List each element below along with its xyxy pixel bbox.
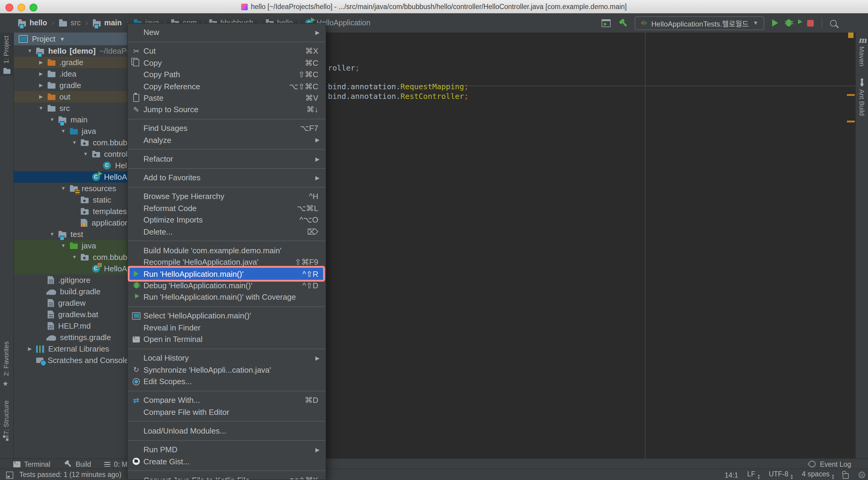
- chevron-expanded-icon: ▼: [59, 243, 67, 248]
- menu-item-browse-type-hierarchy[interactable]: Browse Type Hierarchy^H: [128, 190, 326, 202]
- menu-item-optimize-imports[interactable]: Optimize Imports^⌥O: [128, 214, 326, 226]
- menu-item-run-pmd[interactable]: Run PMD: [128, 444, 326, 456]
- structure-icon: [3, 436, 9, 442]
- menu-item-copy-reference[interactable]: Copy Reference⌥⇧⌘C: [128, 81, 326, 92]
- menu-item-reformat-code[interactable]: Reformat Code⌥⌘L: [128, 202, 326, 214]
- menu-item-cut[interactable]: ✂Cut⌘X: [128, 45, 326, 57]
- module-folder-icon: [59, 232, 66, 238]
- menu-separator: [128, 349, 326, 349]
- menu-item-reveal-in-finder[interactable]: Reveal in Finder: [128, 322, 326, 333]
- search-everywhere-icon[interactable]: [830, 20, 837, 26]
- project-panel-title[interactable]: Project: [32, 35, 56, 43]
- libraries-icon: [36, 345, 44, 353]
- readonly-lock-icon[interactable]: [843, 474, 849, 479]
- menu-item-compare-file-with-editor[interactable]: Compare File with Editor: [128, 406, 326, 418]
- toolwindow-toggle-icon[interactable]: [6, 472, 13, 479]
- line-separator-select[interactable]: LF▴▾: [747, 470, 760, 479]
- menu-item-add-to-favorites[interactable]: Add to Favorites: [128, 172, 326, 184]
- build-project-button[interactable]: [618, 19, 627, 27]
- breadcrumb-hello[interactable]: hello: [18, 19, 47, 27]
- refresh-icon: ↻: [131, 366, 141, 374]
- error-stripe-tick[interactable]: [847, 121, 855, 122]
- zoom-window-button[interactable]: [30, 3, 37, 11]
- toolwindow-event-log[interactable]: Event Log: [809, 460, 851, 468]
- context-menu: New ✂Cut⌘X Copy⌘C Copy Path⇧⌘C Copy Refe…: [127, 23, 326, 480]
- menu-item-find-usages[interactable]: Find Usages⌥F7: [128, 123, 326, 134]
- menu-item-run-with-coverage[interactable]: Run 'HelloApplication.main()' with Cover…: [128, 291, 326, 303]
- star-icon: ★: [2, 380, 8, 388]
- menu-item-build-module[interactable]: Build Module 'com.example.demo.main': [128, 244, 326, 256]
- menu-item-copy[interactable]: Copy⌘C: [128, 57, 326, 69]
- error-stripe-tick[interactable]: [847, 94, 855, 96]
- menu-item-synchronize[interactable]: ↻Synchronize 'HelloAppli...cation.java': [128, 364, 326, 376]
- breadcrumb-separator: ›: [86, 19, 88, 27]
- updown-arrows-icon: ▴▾: [791, 474, 793, 479]
- code-editor[interactable]: roller; bind.annotation.RequestMapping; …: [326, 33, 855, 458]
- toolwindow-build[interactable]: Build: [64, 460, 91, 468]
- indent-select[interactable]: 4 spaces▴▾: [802, 470, 834, 479]
- toolwindow-terminal[interactable]: Terminal: [13, 460, 50, 468]
- close-window-button[interactable]: [5, 3, 13, 11]
- menu-item-local-history[interactable]: Local History: [128, 352, 326, 364]
- pencil-icon: ✎: [131, 106, 141, 114]
- menu-item-analyze[interactable]: Analyze: [128, 134, 326, 146]
- menu-item-open-in-terminal[interactable]: Open in Terminal: [128, 333, 326, 345]
- menu-item-load-unload-modules[interactable]: Load/Unload Modules...: [128, 425, 326, 437]
- run-window-icon[interactable]: [601, 19, 610, 27]
- menu-separator: [128, 241, 326, 241]
- chevron-collapsed-icon: ▶: [37, 94, 45, 99]
- updown-arrows-icon: ▴▾: [758, 474, 760, 479]
- menu-item-paste[interactable]: Paste⌘V: [128, 92, 326, 104]
- chevron-down-icon[interactable]: ▼: [60, 36, 65, 42]
- run-button[interactable]: [772, 19, 778, 27]
- text-file-icon: [47, 299, 54, 307]
- chevron-down-icon: ▼: [753, 20, 758, 26]
- ant-icon: [859, 79, 865, 86]
- menu-item-recompile[interactable]: Recompile 'HelloApplication.java'⇧⌘F9: [128, 256, 326, 268]
- sidebar-item-favorites[interactable]: 2: Favorites: [2, 341, 10, 376]
- project-view-icon: [19, 35, 28, 43]
- module-folder-icon: [18, 21, 26, 26]
- menu-item-convert-java-to-kotlin[interactable]: Convert Java File to Kotlin File⌥⇧⌘K: [128, 474, 326, 480]
- menu-item-debug-helloapplication-main[interactable]: Debug 'HelloApplication.main()'^⇧D: [128, 279, 326, 291]
- menu-item-create-gist[interactable]: Create Gist...: [128, 456, 326, 467]
- chevron-expanded-icon: ▼: [26, 48, 34, 54]
- sidebar-item-ant-build[interactable]: Ant Build: [858, 89, 866, 116]
- hammer-icon: [64, 461, 71, 467]
- menu-separator: [128, 470, 326, 471]
- menu-item-copy-path[interactable]: Copy Path⇧⌘C: [128, 69, 326, 81]
- menu-item-run-helloapplication-main[interactable]: Run 'HelloApplication.main()'^⇧R: [128, 268, 326, 280]
- run-configuration-select[interactable]: HelloApplicationTests.헬로월드 ▼: [634, 16, 764, 30]
- menu-item-jump-to-source[interactable]: ✎Jump to Source⌘↓: [128, 104, 326, 116]
- menu-item-select-helloapplication-main[interactable]: Select 'HelloApplication.main()': [128, 310, 326, 322]
- intellij-window: hello [~/IdeaProjects/hello] - .../src/m…: [0, 0, 868, 480]
- debug-button[interactable]: [786, 19, 792, 27]
- class-icon: [103, 161, 111, 170]
- menu-separator: [128, 119, 326, 119]
- menu-item-refactor[interactable]: Refactor: [128, 153, 326, 165]
- caret-position[interactable]: 14:1: [725, 471, 738, 479]
- resources-root-icon: [70, 186, 78, 192]
- sidebar-item-maven[interactable]: Maven: [858, 47, 866, 66]
- menu-item-delete[interactable]: Delete...⌦: [128, 226, 326, 238]
- encoding-select[interactable]: UTF-8▴▾: [769, 470, 793, 479]
- terminal-icon: [13, 461, 21, 467]
- chevron-collapsed-icon: ▶: [26, 346, 34, 352]
- menu-item-compare-with[interactable]: ⇄Compare With...⌘D: [128, 394, 326, 406]
- menu-item-edit-scopes[interactable]: Edit Scopes...: [128, 376, 326, 387]
- terminal-icon: [131, 336, 141, 342]
- chevron-collapsed-icon: ▶: [37, 83, 45, 88]
- breadcrumb-src[interactable]: src: [59, 19, 81, 27]
- module-folder-icon: [59, 118, 66, 123]
- github-icon: [131, 458, 141, 465]
- messages-icon: [104, 461, 110, 467]
- breadcrumb-main[interactable]: main: [93, 19, 122, 27]
- error-stripe-marker[interactable]: [848, 33, 854, 38]
- sidebar-item-structure[interactable]: 7: Structure: [2, 400, 10, 435]
- menu-item-new[interactable]: New: [128, 27, 326, 38]
- sidebar-item-project[interactable]: 1: Project: [2, 36, 10, 64]
- inspection-profile-icon[interactable]: ☹: [858, 471, 866, 479]
- status-message[interactable]: Tests passed: 1 (12 minutes ago): [19, 471, 121, 478]
- minimize-window-button[interactable]: [18, 3, 25, 11]
- stop-button[interactable]: [807, 20, 814, 26]
